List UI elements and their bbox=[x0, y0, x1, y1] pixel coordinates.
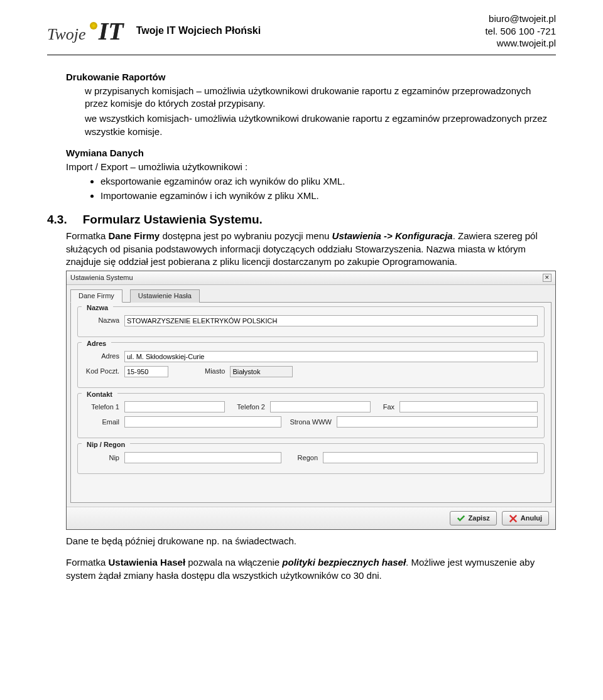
nip-input[interactable] bbox=[124, 452, 281, 463]
company-name: Twoje IT Wojciech Płoński bbox=[136, 25, 261, 36]
address-label: Adres bbox=[84, 352, 119, 361]
cancel-button[interactable]: Anuluj bbox=[502, 511, 549, 525]
logo-dot-icon bbox=[90, 22, 97, 30]
page-header: Twoje IT Twoje IT Wojciech Płoński biuro… bbox=[47, 13, 556, 55]
dialog-tabs: Dane Firmy Ustawienie Hasła bbox=[67, 285, 555, 302]
list-item: eksportowanie egzaminów oraz ich wyników… bbox=[100, 175, 556, 188]
contact-web: www.twojeit.pl bbox=[485, 37, 556, 50]
reports-heading: Drukowanie Raportów bbox=[66, 71, 556, 83]
para-4-3: Formatka Dane Firmy dostępna jest po wyb… bbox=[66, 230, 556, 268]
city-input bbox=[230, 366, 293, 377]
save-button[interactable]: Zapisz bbox=[450, 511, 497, 525]
name-input[interactable] bbox=[124, 315, 538, 326]
reports-line-2: we wszystkich komisjach- umożliwia użytk… bbox=[85, 112, 556, 138]
group-title: Adres bbox=[82, 337, 111, 350]
heading-number: 4.3. bbox=[47, 212, 67, 228]
logo: Twoje IT bbox=[47, 16, 124, 46]
heading-4-3: 4.3. Formularz Ustawienia Systemu. bbox=[47, 212, 556, 228]
dialog-footer: Zapisz Anuluj bbox=[67, 507, 555, 529]
logo-it-text: IT bbox=[99, 16, 124, 46]
fax-label: Fax bbox=[376, 402, 394, 412]
www-label: Strona WWW bbox=[286, 417, 332, 427]
check-icon bbox=[457, 514, 465, 523]
tab-company-data[interactable]: Dane Firmy bbox=[70, 289, 122, 303]
after-para-1: Dane te będą później drukowane np. na św… bbox=[66, 535, 556, 547]
group-address: Adres Adres Kod Poczt. Miasto bbox=[77, 342, 545, 388]
contact-email: biuro@twojeit.pl bbox=[485, 13, 556, 25]
address-input[interactable] bbox=[124, 351, 538, 362]
exchange-intro: Import / Export – umożliwia użytkownikow… bbox=[66, 161, 556, 173]
exchange-heading: Wymiana Danych bbox=[66, 147, 556, 159]
close-icon[interactable]: ✕ bbox=[543, 274, 551, 282]
list-item: Importowanie egzaminów i ich wyników z p… bbox=[100, 190, 556, 202]
cancel-icon bbox=[509, 514, 518, 523]
after-para-2: Formatka Ustawienia Haseł pozwala na włą… bbox=[66, 556, 556, 582]
reports-line-1: w przypisanych komisjach – umożliwia uży… bbox=[85, 85, 556, 110]
exchange-bullets: eksportowanie egzaminów oraz ich wyników… bbox=[100, 175, 556, 202]
name-label: Nazwa bbox=[84, 316, 119, 325]
tel2-label: Telefon 2 bbox=[230, 402, 265, 412]
cancel-button-label: Anuluj bbox=[521, 514, 542, 523]
group-title: Nip / Regon bbox=[82, 438, 130, 451]
tel2-input[interactable] bbox=[270, 401, 371, 412]
www-input[interactable] bbox=[337, 416, 538, 428]
zip-label: Kod Poczt. bbox=[84, 367, 119, 376]
group-contact: Kontakt Telefon 1 Telefon 2 Fax Email bbox=[77, 393, 545, 439]
email-label: Email bbox=[84, 417, 119, 427]
save-button-label: Zapisz bbox=[469, 514, 490, 523]
city-label: Miasto bbox=[205, 367, 225, 376]
group-title: Kontakt bbox=[82, 388, 117, 401]
regon-label: Regon bbox=[286, 453, 318, 463]
tel1-input[interactable] bbox=[124, 401, 225, 412]
header-left: Twoje IT Twoje IT Wojciech Płoński bbox=[47, 16, 261, 46]
dialog-titlebar: Ustawienia Systemu ✕ bbox=[67, 271, 555, 285]
email-input[interactable] bbox=[124, 416, 281, 428]
tel1-label: Telefon 1 bbox=[84, 402, 119, 412]
regon-input[interactable] bbox=[323, 452, 538, 463]
tab-password-settings[interactable]: Ustawienie Hasła bbox=[130, 289, 200, 303]
nip-label: Nip bbox=[84, 453, 119, 463]
contact-phone: tel. 506 100 -721 bbox=[485, 25, 556, 38]
header-contact: biuro@twojeit.pl tel. 506 100 -721 www.t… bbox=[485, 13, 556, 50]
dialog-title: Ustawienia Systemu bbox=[70, 273, 133, 283]
group-name: Nazwa Nazwa bbox=[77, 306, 545, 337]
fax-input[interactable] bbox=[399, 401, 538, 412]
heading-title: Formularz Ustawienia Systemu. bbox=[83, 212, 263, 228]
group-title: Nazwa bbox=[82, 301, 113, 315]
group-nip-regon: Nip / Regon Nip Regon bbox=[77, 443, 545, 474]
dialog-body: Nazwa Nazwa Adres Adres bbox=[70, 302, 551, 503]
logo-text: Twoje bbox=[47, 25, 86, 44]
settings-dialog: Ustawienia Systemu ✕ Dane Firmy Ustawien… bbox=[66, 271, 556, 530]
zip-input[interactable] bbox=[124, 366, 168, 377]
